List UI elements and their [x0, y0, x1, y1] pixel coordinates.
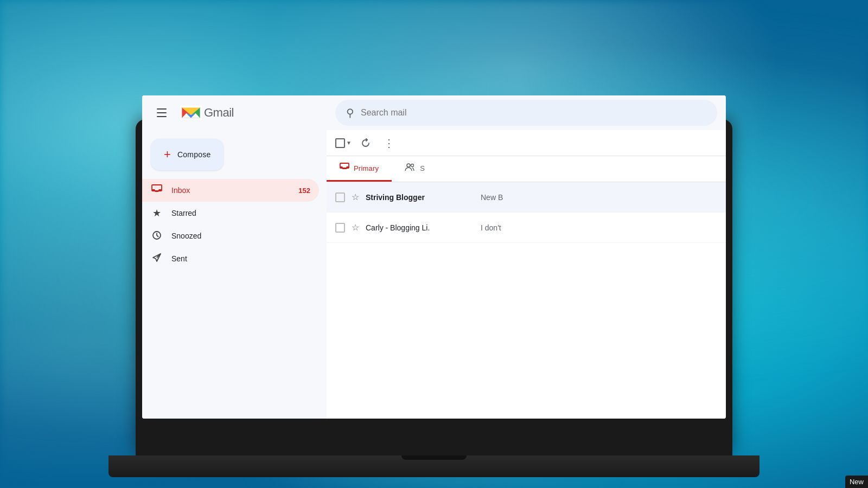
search-input[interactable]	[361, 108, 706, 118]
inbox-count: 152	[298, 187, 310, 195]
tab-primary[interactable]: Primary	[327, 156, 392, 182]
refresh-icon	[361, 138, 371, 148]
more-button[interactable]: ⋮	[380, 133, 399, 153]
checkbox-dropdown-icon[interactable]: ▼	[346, 140, 352, 146]
refresh-button[interactable]	[356, 133, 375, 153]
sidebar-item-snoozed[interactable]: Snoozed	[142, 224, 319, 247]
email-preview-1: New B	[481, 193, 717, 202]
email-checkbox-1[interactable]	[335, 192, 345, 202]
gmail-main: + Compose Inbox 152	[142, 130, 726, 419]
sidebar-item-inbox[interactable]: Inbox 152	[142, 179, 319, 202]
email-row[interactable]: ☆ Striving Blogger New B	[327, 182, 726, 213]
header-left: Gmail	[151, 102, 335, 124]
search-icon: ⚲	[346, 106, 354, 119]
email-checkbox-2[interactable]	[335, 223, 345, 233]
email-list: ☆ Striving Blogger New B ☆ Carly - Blogg…	[327, 182, 726, 419]
snoozed-label: Snoozed	[171, 232, 310, 240]
compose-button[interactable]: + Compose	[151, 139, 224, 170]
inbox-label: Inbox	[171, 186, 290, 195]
gmail-label: Gmail	[204, 106, 234, 120]
svg-point-9	[407, 164, 410, 167]
sidebar-item-sent[interactable]: Sent	[142, 247, 319, 270]
laptop-base	[108, 455, 760, 477]
social-tab-label: S	[420, 164, 425, 172]
hamburger-icon	[157, 108, 167, 117]
svg-point-10	[411, 164, 414, 167]
starred-label: Starred	[171, 209, 310, 217]
email-toolbar: ▼ ⋮	[327, 130, 726, 156]
primary-tab-label: Primary	[354, 164, 379, 172]
star-button-1[interactable]: ☆	[352, 192, 359, 202]
sent-icon	[151, 253, 163, 265]
laptop-frame: Gmail ⚲ + Compose	[136, 119, 732, 455]
email-sender-2: Carly - Blogging Li.	[366, 223, 474, 232]
compose-label: Compose	[177, 150, 210, 159]
star-icon: ★	[151, 207, 163, 219]
gmail-screen: Gmail ⚲ + Compose	[142, 95, 726, 419]
email-tabs: Primary	[327, 156, 726, 182]
search-bar[interactable]: ⚲	[335, 100, 717, 126]
new-badge: New	[845, 476, 868, 488]
sidebar: + Compose Inbox 152	[142, 130, 327, 419]
gmail-m-icon	[180, 105, 202, 121]
email-sender-1: Striving Blogger	[366, 193, 474, 202]
menu-button[interactable]	[151, 102, 173, 124]
more-icon: ⋮	[384, 137, 395, 150]
tab-social[interactable]: S	[392, 156, 438, 182]
inbox-icon	[151, 184, 163, 197]
email-preview-2: I don't	[481, 223, 717, 232]
sent-label: Sent	[171, 254, 310, 263]
checkbox-square[interactable]	[335, 138, 345, 148]
star-button-2[interactable]: ☆	[352, 222, 359, 233]
primary-tab-icon	[340, 163, 349, 174]
snoozed-icon	[151, 230, 163, 242]
email-row[interactable]: ☆ Carly - Blogging Li. I don't	[327, 213, 726, 243]
gmail-header: Gmail ⚲	[142, 95, 726, 130]
laptop: Gmail ⚲ + Compose	[136, 119, 732, 488]
social-tab-icon	[405, 163, 416, 174]
laptop-hinge	[401, 455, 467, 460]
email-area: ▼ ⋮	[327, 130, 726, 419]
compose-plus-icon: +	[164, 149, 171, 160]
gmail-logo: Gmail	[180, 105, 234, 121]
select-all-checkbox[interactable]: ▼	[335, 138, 352, 148]
sidebar-item-starred[interactable]: ★ Starred	[142, 202, 319, 224]
